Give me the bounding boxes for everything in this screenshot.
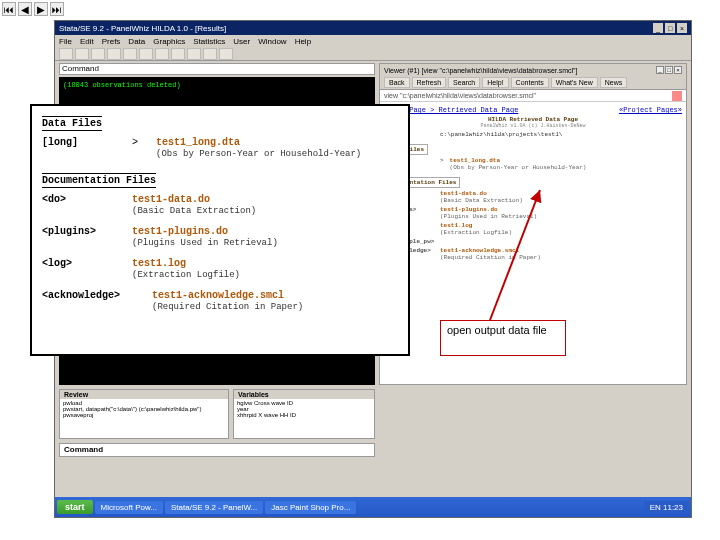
menu-file[interactable]: File <box>59 37 72 46</box>
long-file-link[interactable]: test1_long.dta <box>450 157 500 164</box>
log-desc: (Extraction Logfile) <box>440 229 512 236</box>
overlay-ack-file[interactable]: test1-acknowledge.smcl <box>152 290 284 301</box>
ack-desc: (Required Citation in Paper) <box>440 254 541 261</box>
toolbar-open-icon[interactable] <box>59 48 73 60</box>
overlay-section-doc: Documentation Files <box>42 173 156 188</box>
toolbar-log-icon[interactable] <box>107 48 121 60</box>
viewer-refresh-button[interactable]: Refresh <box>412 77 447 88</box>
variables-title: Variables <box>234 390 374 399</box>
menu-help[interactable]: Help <box>295 37 311 46</box>
start-button[interactable]: start <box>57 500 93 514</box>
overlay-log-tag[interactable]: <log> <box>42 258 122 269</box>
long-desc: (Obs by Person-Year or Household-Year) <box>450 164 587 171</box>
viewer-titlebar: Viewer (#1) [view "c:\panelwhiz\hilda\vi… <box>380 64 686 76</box>
minimize-button[interactable]: _ <box>653 23 663 33</box>
overlay-long-file[interactable]: test1_long.dta <box>156 137 240 148</box>
maximize-button[interactable]: □ <box>665 23 675 33</box>
viewer-title-text: Viewer (#1) [view "c:\panelwhiz\hilda\vi… <box>384 67 578 74</box>
close-button[interactable]: × <box>677 23 687 33</box>
toolbar-print-icon[interactable] <box>91 48 105 60</box>
window-title: Stata/SE 9.2 - PanelWhiz HILDA 1.0 - [Re… <box>59 24 226 33</box>
viewer-help-button[interactable]: Help! <box>482 77 508 88</box>
command-label: Command <box>64 445 103 454</box>
overlay-plugins-file[interactable]: test1-plugins.do <box>132 226 228 237</box>
overlay-ack-desc: (Required Citation in Paper) <box>152 302 303 312</box>
viewer-content: Start Page > Retrieved Data Page «Projec… <box>380 102 686 265</box>
menu-user[interactable]: User <box>233 37 250 46</box>
taskbar-item[interactable]: Microsoft Pow... <box>95 501 163 514</box>
nav-prev-icon[interactable]: ◀ <box>18 2 32 16</box>
viewer-toolbar: Back Refresh Search Help! Contents What'… <box>380 76 686 90</box>
toolbar-do-icon[interactable] <box>155 48 169 60</box>
overlay-long-tag[interactable]: [long] <box>42 137 122 148</box>
toolbar-viewer-icon[interactable] <box>123 48 137 60</box>
plugins-desc: (Plugins Used in Retrieval) <box>440 213 537 220</box>
toolbar-browse-icon[interactable] <box>187 48 201 60</box>
toolbar-save-icon[interactable] <box>75 48 89 60</box>
toolbar-break-icon[interactable] <box>219 48 233 60</box>
menu-statistics[interactable]: Statistics <box>193 37 225 46</box>
menu-prefs[interactable]: Prefs <box>102 37 121 46</box>
path-value: c:\panelwhiz\hilda\projects\test1\ <box>440 131 562 138</box>
toolbar-graph-icon[interactable] <box>139 48 153 60</box>
project-line: PanelWhiz v1.0A (c) J.Haisken-DeNew <box>384 123 682 129</box>
taskbar-item[interactable]: Stata/SE 9.2 - PanelW... <box>165 501 263 514</box>
log-file-link[interactable]: test1.log <box>440 222 472 229</box>
command-input-pane: Command <box>59 443 375 457</box>
viewer-search-button[interactable]: Search <box>448 77 480 88</box>
titlebar: Stata/SE 9.2 - PanelWhiz HILDA 1.0 - [Re… <box>55 21 691 35</box>
overlay-plugins-tag[interactable]: <plugins> <box>42 226 122 237</box>
menu-window[interactable]: Window <box>258 37 286 46</box>
toolbar-edit-icon[interactable] <box>171 48 185 60</box>
slide-nav: ⏮ ◀ ▶ ⏭ <box>2 2 64 16</box>
do-desc: (Basic Data Extraction) <box>440 197 523 204</box>
viewer-minimize[interactable]: _ <box>656 66 664 74</box>
review-item[interactable]: pwsaveproj <box>63 412 225 418</box>
results-obs: (18043 observations deleted) <box>63 81 371 89</box>
command-label-bar: Command <box>59 63 375 75</box>
viewer-address-text: view "c:\panelwhiz\hilda\views\databrows… <box>384 92 536 99</box>
review-title: Review <box>60 390 228 399</box>
zoom-overlay: Data Files [long] > test1_long.dta (Obs … <box>30 104 410 356</box>
viewer-contents-button[interactable]: Contents <box>511 77 549 88</box>
overlay-do-file[interactable]: test1-data.do <box>132 194 210 205</box>
overlay-log-desc: (Extraction Logfile) <box>132 270 240 280</box>
plugins-file-link[interactable]: test1-plugins.do <box>440 206 498 213</box>
menubar: File Edit Prefs Data Graphics Statistics… <box>55 35 691 47</box>
variable-item[interactable]: xhhrpid X wave HH ID <box>237 412 371 418</box>
page-title: HILDA Retrieved Data Page <box>384 116 682 123</box>
overlay-log-file[interactable]: test1.log <box>132 258 186 269</box>
long-arrow: > <box>440 157 444 171</box>
nav-last-icon[interactable]: ⏭ <box>50 2 64 16</box>
overlay-ack-tag[interactable]: <acknowledge> <box>42 290 142 301</box>
overlay-plugins-desc: (Plugins Used in Retrieval) <box>132 238 278 248</box>
toolbar-more-icon[interactable] <box>203 48 217 60</box>
overlay-section-data: Data Files <box>42 116 102 131</box>
nav-first-icon[interactable]: ⏮ <box>2 2 16 16</box>
annotation-callout: open output data file <box>440 320 566 356</box>
viewer-go-icon[interactable] <box>672 91 682 101</box>
menu-data[interactable]: Data <box>128 37 145 46</box>
ack-file-link[interactable]: test1-acknowledge.smcl <box>440 247 519 254</box>
system-tray[interactable]: EN 11:23 <box>644 501 689 514</box>
viewer-back-button[interactable]: Back <box>384 77 410 88</box>
viewer-maximize[interactable]: □ <box>665 66 673 74</box>
variables-pane: Variables hgivw Cross wave ID year xhhrp… <box>233 389 375 439</box>
toolbar <box>55 47 691 61</box>
project-pages-link[interactable]: «Project Pages» <box>619 106 682 114</box>
taskbar: start Microsoft Pow... Stata/SE 9.2 - Pa… <box>55 497 691 517</box>
review-pane: Review pwload pwstart, datapath("c:\data… <box>59 389 229 439</box>
viewer-news-button[interactable]: News <box>600 77 628 88</box>
menu-graphics[interactable]: Graphics <box>153 37 185 46</box>
overlay-long-arrow: > <box>132 137 146 148</box>
command-input[interactable] <box>105 445 345 454</box>
menu-edit[interactable]: Edit <box>80 37 94 46</box>
viewer-address-bar[interactable]: view "c:\panelwhiz\hilda\views\databrows… <box>380 90 686 102</box>
overlay-do-tag[interactable]: <do> <box>42 194 122 205</box>
overlay-long-desc: (Obs by Person-Year or Household-Year) <box>156 149 361 159</box>
taskbar-item[interactable]: Jasc Paint Shop Pro... <box>265 501 356 514</box>
viewer-whatsnew-button[interactable]: What's New <box>551 77 598 88</box>
nav-next-icon[interactable]: ▶ <box>34 2 48 16</box>
viewer-close[interactable]: × <box>674 66 682 74</box>
do-file-link[interactable]: test1-data.do <box>440 190 487 197</box>
